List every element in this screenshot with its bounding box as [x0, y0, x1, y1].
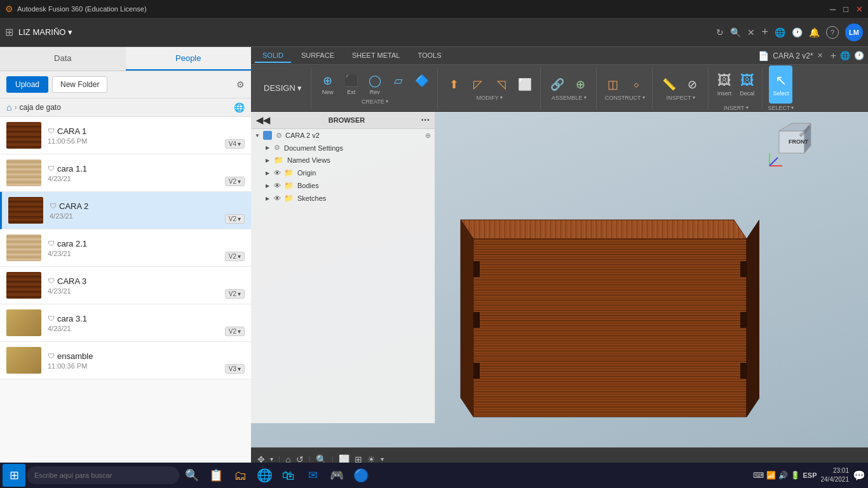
refresh-icon[interactable]: ↻ [716, 27, 724, 37]
interference-btn[interactable]: ⊘ [681, 76, 704, 93]
globe-doc-icon[interactable]: 🌐 [840, 51, 850, 60]
taskbar-right: ⌨ 📶 🔊 🔋 ESP 23:01 24/4/2021 💬 [753, 466, 865, 484]
sheet-metal-tab[interactable]: SHEET METAL [344, 49, 407, 63]
viewport[interactable]: ◀◀ BROWSER ⋯ ▼ ⚙ CARA 2 v2 ⊕ ▶ ⚙ Documen… [251, 112, 868, 470]
version-badge[interactable]: V2 ▾ [225, 214, 245, 224]
browser-origin[interactable]: ▶ 👁 📁 Origin [251, 166, 435, 179]
doc-root-more[interactable]: ⊕ [425, 132, 431, 140]
taskbar-clock[interactable]: 23:01 24/4/2021 [821, 466, 850, 484]
taskbar-search[interactable] [27, 466, 179, 484]
browser-doc-settings[interactable]: ▶ ⚙ Document Settings [251, 142, 435, 154]
upload-button[interactable]: Upload [6, 76, 48, 93]
eye-origin-icon[interactable]: 👁 [274, 169, 281, 177]
close-btn[interactable]: ✕ [856, 4, 863, 14]
version-badge[interactable]: V4 ▾ [225, 139, 245, 149]
version-badge[interactable]: V2 ▾ [225, 327, 245, 336]
history-icon[interactable]: 🕐 [792, 27, 803, 37]
version-badge[interactable]: V2 ▾ [225, 252, 245, 261]
grid-icon[interactable]: ⊞ [5, 26, 13, 38]
task-search-icon[interactable]: 🔍 [180, 464, 203, 487]
collapse-icon[interactable]: ◀◀ [256, 115, 270, 125]
decal-btn[interactable]: 🖼 Decal [736, 65, 758, 104]
browser-sketches[interactable]: ▶ 👁 📁 Sketches [251, 192, 435, 205]
loft-btn[interactable]: 🔷 [410, 72, 433, 97]
doc-add-icon[interactable]: + [831, 50, 836, 62]
task-fusion-icon[interactable]: 🎮 [325, 464, 348, 487]
task-mail-icon[interactable]: ✉ [301, 464, 324, 487]
new-component-btn[interactable]: ⊕ New [316, 72, 339, 97]
view-cube[interactable]: FRONT RIGHT [766, 118, 817, 169]
version-badge[interactable]: V2 ▾ [225, 289, 245, 299]
globe-icon[interactable]: 🌐 [775, 27, 785, 37]
file-item[interactable]: 🛡 CARA 3 4/23/21 V2 ▾ [0, 267, 251, 304]
task-chrome-icon[interactable]: 🔵 [349, 464, 372, 487]
eye-sketches-icon[interactable]: 👁 [274, 194, 281, 202]
more-pan-icon[interactable]: ▾ [270, 456, 273, 463]
fillet-btn[interactable]: ◸ [466, 76, 489, 93]
press-pull-btn[interactable]: ⬆ [443, 76, 466, 93]
browser-doc-root[interactable]: ▼ ⚙ CARA 2 v2 ⊕ [251, 129, 435, 142]
midplane-btn[interactable]: ⬦ [625, 76, 648, 93]
decal-icon: 🖼 [740, 72, 754, 89]
task-view-icon[interactable]: 📋 [205, 464, 227, 487]
solid-tab[interactable]: SOLID [255, 49, 291, 63]
svg-marker-9 [473, 239, 747, 417]
search-icon[interactable]: 🔍 [730, 27, 741, 37]
file-date: 4/23/21 [48, 325, 245, 332]
close-panel-icon[interactable]: ✕ [747, 27, 755, 37]
select-btn[interactable]: ↖ Select [769, 65, 792, 104]
file-item[interactable]: 🛡 CARA 2 4/23/21 V2 ▾ [0, 192, 251, 229]
extrude-btn[interactable]: ⬛ Ext [340, 72, 363, 97]
insert-mcmaster-btn[interactable]: 🖼 Insert [714, 65, 736, 104]
new-joint-btn[interactable]: 🔗 [546, 76, 569, 93]
task-store-icon[interactable]: 🛍 [277, 464, 300, 487]
doc-close-icon[interactable]: ✕ [817, 51, 823, 60]
file-item[interactable]: 🛡 cara 3.1 4/23/21 V2 ▾ [0, 304, 251, 342]
offset-plane-btn[interactable]: ◫ [602, 76, 625, 93]
revolve-btn[interactable]: ◯ Rev [363, 72, 386, 97]
file-item[interactable]: 🛡 cara 1.1 4/23/21 V2 ▾ [0, 154, 251, 192]
user-name-button[interactable]: LIZ MARIÑO ▾ [18, 27, 72, 37]
version-badge[interactable]: V3 ▾ [225, 364, 245, 374]
title-bar-controls[interactable]: ─ □ ✕ [830, 4, 863, 14]
more-env-icon[interactable]: ▾ [381, 456, 384, 463]
design-dropdown[interactable]: DESIGN ▾ [259, 81, 307, 95]
browser-bodies[interactable]: ▶ 👁 📁 Bodies [251, 179, 435, 192]
tools-tab[interactable]: TOOLS [410, 49, 449, 63]
minimize-btn[interactable]: ─ [830, 4, 836, 14]
history-doc-icon[interactable]: 🕐 [854, 51, 864, 60]
browser-named-views[interactable]: ▶ 📁 Named Views [251, 154, 435, 166]
file-item[interactable]: 🛡 CARA 1 11:00:56 PM V4 ▾ [0, 117, 251, 154]
tab-data[interactable]: Data [0, 47, 126, 71]
version-badge[interactable]: V2 ▾ [225, 177, 245, 186]
notification-icon[interactable]: 🔔 [809, 27, 820, 37]
eye-bodies-icon[interactable]: 👁 [274, 182, 281, 189]
inspect-section: 📏 ⊘ INSPECT ▾ [654, 67, 709, 109]
file-item[interactable]: 🛡 cara 2.1 4/23/21 V2 ▾ [0, 229, 251, 267]
shield-icon: 🛡 [48, 352, 55, 360]
task-edge-icon[interactable]: 🌐 [253, 464, 276, 487]
user-avatar[interactable]: LM [845, 24, 863, 41]
shell-btn[interactable]: ⬜ [513, 76, 536, 93]
help-icon[interactable]: ? [826, 26, 839, 39]
breadcrumb-folder: caja de gato [19, 103, 60, 112]
notification-corner[interactable]: 💬 [853, 470, 865, 482]
home-icon[interactable]: ⌂ [6, 102, 11, 112]
sweep-btn[interactable]: ▱ [387, 72, 410, 97]
maximize-btn[interactable]: □ [843, 4, 848, 14]
surface-tab[interactable]: SURFACE [294, 49, 342, 63]
new-folder-button[interactable]: New Folder [52, 76, 107, 93]
tab-people[interactable]: People [126, 47, 252, 71]
design-arrow: ▾ [297, 83, 302, 93]
add-tab-icon[interactable]: + [761, 25, 768, 39]
file-item[interactable]: 🛡 ensamble 11:00:36 PM V3 ▾ [0, 342, 251, 379]
settings-icon-button[interactable]: ⚙ [236, 79, 245, 90]
task-folder-icon[interactable]: 🗂 [229, 464, 252, 487]
measure-btn[interactable]: 📏 [658, 76, 681, 93]
battery-icon: 🔋 [790, 471, 800, 480]
start-button[interactable]: ⊞ [3, 464, 25, 487]
browser-options[interactable]: ⋯ [421, 115, 430, 125]
chamfer-btn[interactable]: ◹ [490, 76, 513, 93]
joint-origin-btn[interactable]: ⊕ [569, 76, 592, 93]
wood-panel [410, 201, 728, 404]
